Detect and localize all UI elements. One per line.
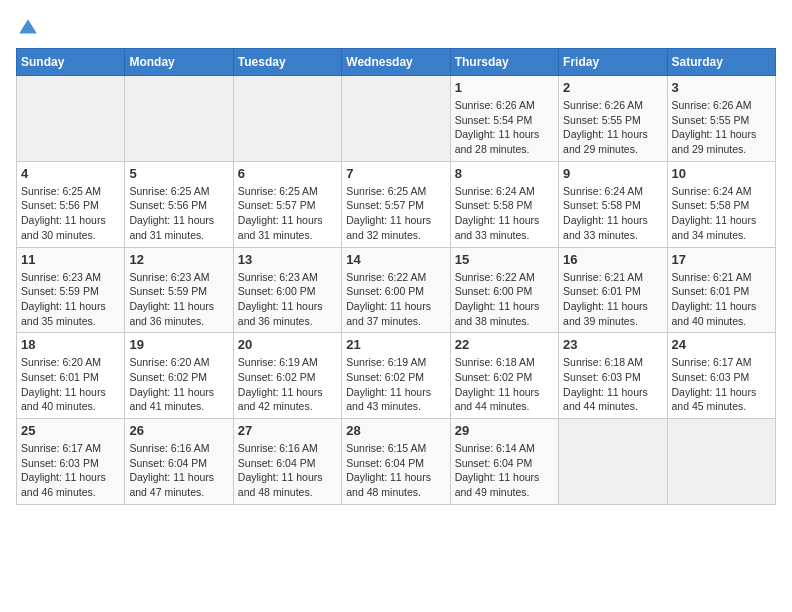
day-info: Sunrise: 6:16 AMSunset: 6:04 PMDaylight:…	[238, 441, 337, 500]
day-info: Sunrise: 6:19 AMSunset: 6:02 PMDaylight:…	[346, 355, 445, 414]
day-number: 11	[21, 252, 120, 267]
day-info: Sunrise: 6:25 AMSunset: 5:57 PMDaylight:…	[346, 184, 445, 243]
day-info: Sunrise: 6:26 AMSunset: 5:55 PMDaylight:…	[563, 98, 662, 157]
calendar-body: 1 Sunrise: 6:26 AMSunset: 5:54 PMDayligh…	[17, 76, 776, 505]
calendar-cell	[17, 76, 125, 162]
day-info: Sunrise: 6:19 AMSunset: 6:02 PMDaylight:…	[238, 355, 337, 414]
calendar-cell: 26 Sunrise: 6:16 AMSunset: 6:04 PMDaylig…	[125, 419, 233, 505]
day-info: Sunrise: 6:24 AMSunset: 5:58 PMDaylight:…	[672, 184, 771, 243]
col-header-saturday: Saturday	[667, 49, 775, 76]
calendar-cell: 20 Sunrise: 6:19 AMSunset: 6:02 PMDaylig…	[233, 333, 341, 419]
calendar-cell: 11 Sunrise: 6:23 AMSunset: 5:59 PMDaylig…	[17, 247, 125, 333]
day-number: 16	[563, 252, 662, 267]
calendar-week-2: 4 Sunrise: 6:25 AMSunset: 5:56 PMDayligh…	[17, 161, 776, 247]
calendar-header: SundayMondayTuesdayWednesdayThursdayFrid…	[17, 49, 776, 76]
col-header-tuesday: Tuesday	[233, 49, 341, 76]
calendar-cell: 4 Sunrise: 6:25 AMSunset: 5:56 PMDayligh…	[17, 161, 125, 247]
day-info: Sunrise: 6:24 AMSunset: 5:58 PMDaylight:…	[563, 184, 662, 243]
calendar-cell: 2 Sunrise: 6:26 AMSunset: 5:55 PMDayligh…	[559, 76, 667, 162]
calendar-table: SundayMondayTuesdayWednesdayThursdayFrid…	[16, 48, 776, 505]
day-number: 7	[346, 166, 445, 181]
day-info: Sunrise: 6:16 AMSunset: 6:04 PMDaylight:…	[129, 441, 228, 500]
day-info: Sunrise: 6:24 AMSunset: 5:58 PMDaylight:…	[455, 184, 554, 243]
calendar-cell: 27 Sunrise: 6:16 AMSunset: 6:04 PMDaylig…	[233, 419, 341, 505]
day-number: 24	[672, 337, 771, 352]
calendar-cell: 6 Sunrise: 6:25 AMSunset: 5:57 PMDayligh…	[233, 161, 341, 247]
col-header-wednesday: Wednesday	[342, 49, 450, 76]
calendar-cell: 25 Sunrise: 6:17 AMSunset: 6:03 PMDaylig…	[17, 419, 125, 505]
day-number: 20	[238, 337, 337, 352]
calendar-week-1: 1 Sunrise: 6:26 AMSunset: 5:54 PMDayligh…	[17, 76, 776, 162]
day-info: Sunrise: 6:17 AMSunset: 6:03 PMDaylight:…	[672, 355, 771, 414]
day-number: 10	[672, 166, 771, 181]
calendar-cell: 23 Sunrise: 6:18 AMSunset: 6:03 PMDaylig…	[559, 333, 667, 419]
day-info: Sunrise: 6:17 AMSunset: 6:03 PMDaylight:…	[21, 441, 120, 500]
calendar-cell: 19 Sunrise: 6:20 AMSunset: 6:02 PMDaylig…	[125, 333, 233, 419]
day-info: Sunrise: 6:21 AMSunset: 6:01 PMDaylight:…	[672, 270, 771, 329]
calendar-cell: 5 Sunrise: 6:25 AMSunset: 5:56 PMDayligh…	[125, 161, 233, 247]
calendar-cell: 18 Sunrise: 6:20 AMSunset: 6:01 PMDaylig…	[17, 333, 125, 419]
calendar-cell: 3 Sunrise: 6:26 AMSunset: 5:55 PMDayligh…	[667, 76, 775, 162]
calendar-cell: 16 Sunrise: 6:21 AMSunset: 6:01 PMDaylig…	[559, 247, 667, 333]
day-info: Sunrise: 6:20 AMSunset: 6:02 PMDaylight:…	[129, 355, 228, 414]
day-number: 4	[21, 166, 120, 181]
day-info: Sunrise: 6:18 AMSunset: 6:03 PMDaylight:…	[563, 355, 662, 414]
day-number: 25	[21, 423, 120, 438]
calendar-week-3: 11 Sunrise: 6:23 AMSunset: 5:59 PMDaylig…	[17, 247, 776, 333]
day-number: 6	[238, 166, 337, 181]
day-number: 1	[455, 80, 554, 95]
calendar-cell: 14 Sunrise: 6:22 AMSunset: 6:00 PMDaylig…	[342, 247, 450, 333]
day-info: Sunrise: 6:22 AMSunset: 6:00 PMDaylight:…	[346, 270, 445, 329]
day-number: 14	[346, 252, 445, 267]
col-header-friday: Friday	[559, 49, 667, 76]
calendar-cell: 9 Sunrise: 6:24 AMSunset: 5:58 PMDayligh…	[559, 161, 667, 247]
calendar-cell: 28 Sunrise: 6:15 AMSunset: 6:04 PMDaylig…	[342, 419, 450, 505]
calendar-cell: 15 Sunrise: 6:22 AMSunset: 6:00 PMDaylig…	[450, 247, 558, 333]
calendar-week-5: 25 Sunrise: 6:17 AMSunset: 6:03 PMDaylig…	[17, 419, 776, 505]
day-info: Sunrise: 6:25 AMSunset: 5:57 PMDaylight:…	[238, 184, 337, 243]
day-info: Sunrise: 6:26 AMSunset: 5:55 PMDaylight:…	[672, 98, 771, 157]
calendar-cell: 10 Sunrise: 6:24 AMSunset: 5:58 PMDaylig…	[667, 161, 775, 247]
day-number: 9	[563, 166, 662, 181]
col-header-sunday: Sunday	[17, 49, 125, 76]
day-info: Sunrise: 6:15 AMSunset: 6:04 PMDaylight:…	[346, 441, 445, 500]
logo	[16, 16, 44, 40]
day-info: Sunrise: 6:23 AMSunset: 6:00 PMDaylight:…	[238, 270, 337, 329]
calendar-cell: 22 Sunrise: 6:18 AMSunset: 6:02 PMDaylig…	[450, 333, 558, 419]
calendar-cell: 8 Sunrise: 6:24 AMSunset: 5:58 PMDayligh…	[450, 161, 558, 247]
logo-icon	[16, 16, 40, 40]
day-info: Sunrise: 6:23 AMSunset: 5:59 PMDaylight:…	[21, 270, 120, 329]
day-number: 13	[238, 252, 337, 267]
calendar-cell: 12 Sunrise: 6:23 AMSunset: 5:59 PMDaylig…	[125, 247, 233, 333]
calendar-week-4: 18 Sunrise: 6:20 AMSunset: 6:01 PMDaylig…	[17, 333, 776, 419]
day-info: Sunrise: 6:22 AMSunset: 6:00 PMDaylight:…	[455, 270, 554, 329]
col-header-thursday: Thursday	[450, 49, 558, 76]
day-number: 15	[455, 252, 554, 267]
day-info: Sunrise: 6:20 AMSunset: 6:01 PMDaylight:…	[21, 355, 120, 414]
day-info: Sunrise: 6:21 AMSunset: 6:01 PMDaylight:…	[563, 270, 662, 329]
calendar-cell: 24 Sunrise: 6:17 AMSunset: 6:03 PMDaylig…	[667, 333, 775, 419]
calendar-cell	[125, 76, 233, 162]
day-info: Sunrise: 6:23 AMSunset: 5:59 PMDaylight:…	[129, 270, 228, 329]
day-number: 2	[563, 80, 662, 95]
day-number: 21	[346, 337, 445, 352]
day-number: 18	[21, 337, 120, 352]
day-number: 5	[129, 166, 228, 181]
calendar-cell: 7 Sunrise: 6:25 AMSunset: 5:57 PMDayligh…	[342, 161, 450, 247]
day-number: 17	[672, 252, 771, 267]
col-header-monday: Monday	[125, 49, 233, 76]
day-info: Sunrise: 6:25 AMSunset: 5:56 PMDaylight:…	[129, 184, 228, 243]
calendar-cell: 1 Sunrise: 6:26 AMSunset: 5:54 PMDayligh…	[450, 76, 558, 162]
calendar-cell	[667, 419, 775, 505]
svg-marker-0	[19, 19, 37, 33]
day-info: Sunrise: 6:26 AMSunset: 5:54 PMDaylight:…	[455, 98, 554, 157]
day-info: Sunrise: 6:25 AMSunset: 5:56 PMDaylight:…	[21, 184, 120, 243]
calendar-cell	[559, 419, 667, 505]
day-number: 3	[672, 80, 771, 95]
calendar-cell	[342, 76, 450, 162]
calendar-cell: 21 Sunrise: 6:19 AMSunset: 6:02 PMDaylig…	[342, 333, 450, 419]
day-number: 29	[455, 423, 554, 438]
calendar-cell: 29 Sunrise: 6:14 AMSunset: 6:04 PMDaylig…	[450, 419, 558, 505]
day-number: 26	[129, 423, 228, 438]
header	[16, 16, 776, 40]
